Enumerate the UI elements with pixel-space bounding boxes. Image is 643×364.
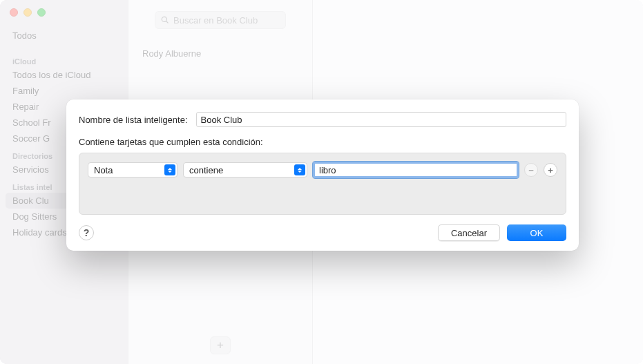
condition-row: Nota contiene − +	[88, 162, 557, 178]
ok-button[interactable]: OK	[507, 224, 566, 241]
operator-popup[interactable]: contiene	[183, 162, 307, 178]
field-popup[interactable]: Nota	[88, 162, 177, 178]
condition-label: Contiene tarjetas que cumplen esta condi…	[79, 137, 566, 147]
operator-popup-value: contiene	[189, 165, 223, 175]
popup-arrows-icon	[164, 164, 175, 175]
name-label: Nombre de lista inteligente:	[79, 115, 188, 125]
field-popup-value: Nota	[94, 165, 113, 175]
smart-list-dialog: Nombre de lista inteligente: Contiene ta…	[66, 99, 579, 251]
contacts-window: Todos iCloud Todos los de iCloud Family …	[0, 0, 643, 364]
help-button[interactable]: ?	[79, 225, 94, 240]
remove-condition-button[interactable]: −	[524, 163, 538, 177]
popup-arrows-icon	[294, 164, 305, 175]
condition-value-input[interactable]	[313, 162, 519, 178]
smart-list-name-input[interactable]	[196, 112, 566, 127]
cancel-button[interactable]: Cancelar	[438, 224, 500, 241]
add-condition-button[interactable]: +	[544, 163, 557, 177]
condition-box: Nota contiene − +	[79, 153, 566, 215]
